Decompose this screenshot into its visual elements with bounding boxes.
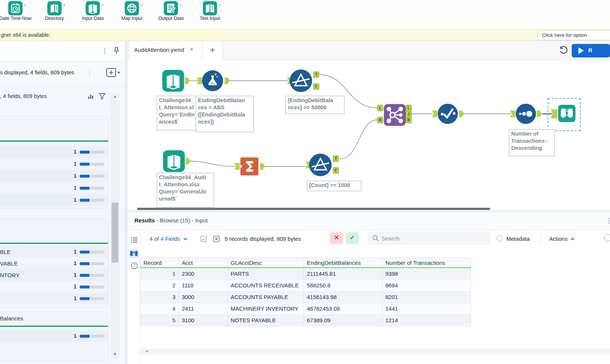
profile-row[interactable]: 1 <box>0 281 108 293</box>
pin-icon[interactable] <box>113 47 120 54</box>
chevron-right-icon[interactable]: > <box>140 3 143 7</box>
column-header[interactable]: Record <box>140 258 179 268</box>
tool-map-input[interactable]: > Map Input <box>115 0 149 29</box>
column-header[interactable]: Acct <box>179 258 228 268</box>
profile-row[interactable]: 1 <box>0 158 108 170</box>
join-join-output-anchor[interactable]: J <box>406 111 412 117</box>
profile-row[interactable]: 1 <box>0 170 108 182</box>
annotation-filter1[interactable]: [EndingDebitBala nces] >= 50000 <box>285 96 344 114</box>
input-data-tool-1[interactable] <box>162 70 184 92</box>
list-view-icon[interactable] <box>131 237 138 243</box>
new-window-icon[interactable] <box>106 68 121 78</box>
tool-input-data[interactable]: > Input Data <box>75 0 110 29</box>
column-header[interactable]: Number of Transactions <box>382 258 471 268</box>
unique-tool[interactable] <box>437 103 458 124</box>
cell-record: 2 <box>140 280 179 291</box>
profile-row[interactable]: BLE1 <box>0 246 108 258</box>
history-icon[interactable] <box>559 46 568 55</box>
value-bar <box>80 297 104 300</box>
more-options-icon[interactable]: ⋮ <box>101 47 108 55</box>
tool-date-time-now[interactable]: > Date Time Now <box>0 0 33 29</box>
annotation-input1[interactable]: Challenge34_ t_Attention.xl Query=`Endin… <box>157 96 196 130</box>
value-count: 1 <box>63 248 77 255</box>
browse-tool[interactable] <box>558 105 575 122</box>
fields-dropdown[interactable]: 4 of 4 Fields <box>149 236 187 242</box>
update-options-button[interactable]: Click here for option <box>538 30 610 40</box>
records-info: 5 records displayed, 809 bytes <box>225 236 301 242</box>
profile-row[interactable]: 1 <box>0 330 108 342</box>
table-row[interactable]: 2 1110 ACCOUNTS RECEIVABLE 588250.8 8684 <box>140 280 471 292</box>
toolbar-overflow-icon[interactable] <box>604 234 610 242</box>
filter-tool-1[interactable] <box>289 69 313 92</box>
table-row[interactable]: 1 2300 PARTS 2111445.81 9398 <box>140 268 471 280</box>
true-anchor[interactable]: T <box>333 156 339 162</box>
sort-tool[interactable] <box>515 103 536 124</box>
chevron-right-icon[interactable]: > <box>63 3 65 7</box>
profile-row[interactable]: VABLE1 <box>0 258 108 269</box>
table-row[interactable]: 4 2411 MACHINERY INVENTORY 46762453.09 1… <box>140 303 471 315</box>
value-count: 1 <box>63 260 77 266</box>
tool-output-data[interactable]: > Output Data <box>154 0 188 29</box>
actions-dropdown[interactable]: Actions <box>549 236 574 242</box>
false-anchor[interactable]: F <box>313 83 319 90</box>
filter-tool-2[interactable] <box>309 153 332 177</box>
clear-filter-button[interactable]: ✕ <box>330 232 343 244</box>
profile-row[interactable]: 1 <box>0 182 108 194</box>
table-row[interactable]: 3 3000 ACCOUNTS PAYABLE 4156143.98 8201 <box>140 292 471 303</box>
browse-view-button[interactable] <box>129 249 139 258</box>
formula-tool[interactable] <box>202 70 223 92</box>
join-tool[interactable] <box>384 104 406 126</box>
tab-auditattention[interactable]: AuditAttention.yxmd × <box>128 41 202 60</box>
summarize-tool[interactable] <box>240 157 259 176</box>
chevron-right-icon[interactable]: > <box>180 3 182 7</box>
vertical-scrollbar[interactable]: ▲ ▼ <box>110 93 119 358</box>
table-row[interactable]: 5 3100 NOTES PAYABLE 67389.09 1214 <box>140 315 471 326</box>
scroll-left-icon[interactable]: ◄ <box>145 349 148 353</box>
apply-filter-button[interactable]: ✓ <box>346 232 359 244</box>
annotation-sort[interactable]: Number of Transactions - Descending <box>509 129 555 156</box>
false-anchor[interactable]: F <box>333 167 339 174</box>
new-tab-button[interactable]: + <box>202 41 223 60</box>
scroll-up-icon[interactable]: ▲ <box>110 94 119 98</box>
search-input[interactable] <box>382 231 487 245</box>
scrollbar-thumb[interactable] <box>137 208 490 210</box>
scroll-down-icon[interactable]: ▼ <box>110 352 119 356</box>
value-count: 1 <box>63 172 77 179</box>
results-header: Results - Browse (15) - Input ⋮ <box>128 212 610 230</box>
join-right-input-anchor[interactable]: R <box>377 117 383 123</box>
annotation-input2[interactable]: Challenge34_Audi t_Attention.xlsx Query=… <box>157 173 214 207</box>
input-data-tool-2[interactable] <box>163 150 185 172</box>
column-header[interactable]: EndingDebitBalances <box>304 258 382 268</box>
scrollbar-thumb[interactable] <box>112 202 118 263</box>
chart-icon[interactable] <box>87 92 95 100</box>
select-all-checkbox-icon[interactable] <box>200 236 207 242</box>
run-button[interactable]: R <box>572 44 610 57</box>
tool-text-input[interactable]: > Text Input <box>193 0 227 29</box>
tool-directory[interactable]: > Directory <box>37 0 72 29</box>
more-options-icon[interactable]: ⋮ <box>605 217 610 225</box>
profile-row[interactable]: NTORY1 <box>0 269 108 281</box>
search-box[interactable] <box>367 231 491 245</box>
join-left-output-anchor[interactable]: L <box>406 105 412 111</box>
join-left-input-anchor[interactable]: L <box>377 105 383 111</box>
chevron-right-icon[interactable]: > <box>24 3 26 7</box>
true-anchor[interactable]: T <box>313 71 319 78</box>
help-icon[interactable]: ? <box>131 262 138 269</box>
profile-row[interactable]: 1 <box>0 146 108 158</box>
deselect-checkbox-icon[interactable] <box>213 236 220 242</box>
chevron-right-icon[interactable]: > <box>219 3 221 7</box>
metadata-radio[interactable] <box>497 235 503 242</box>
column-header[interactable]: GLAcctDesc <box>228 258 304 268</box>
filter-icon[interactable] <box>98 92 106 100</box>
workflow-canvas[interactable]: T F L R L J R <box>128 60 610 207</box>
close-icon[interactable]: × <box>190 46 193 53</box>
canvas-horizontal-scrollbar[interactable] <box>128 208 610 210</box>
results-horizontal-scrollbar[interactable]: ◄ <box>140 349 610 355</box>
profile-row[interactable]: 1 <box>0 194 108 206</box>
annotation-filter2[interactable]: [Count] >= 1000 <box>307 181 361 191</box>
join-right-output-anchor[interactable]: R <box>406 117 412 123</box>
chevron-right-icon[interactable]: > <box>101 3 104 7</box>
annotation-formula[interactable]: EndingDebitBalan ces = ABS ([EndingDebit… <box>196 96 254 132</box>
profile-row[interactable]: 1 <box>0 293 108 304</box>
value-count: 1 <box>63 148 77 155</box>
